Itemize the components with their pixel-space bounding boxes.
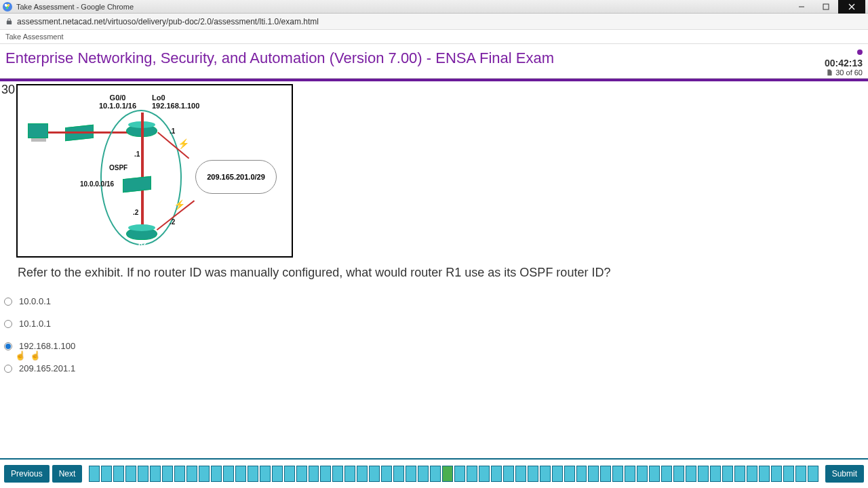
backbone [141,113,144,233]
radio-1[interactable] [4,320,12,328]
progress-cell[interactable] [150,466,161,482]
router-r2-icon [126,228,157,240]
progress-cell[interactable] [783,466,794,482]
progress-cell[interactable] [272,466,283,482]
radio-0[interactable] [4,298,12,306]
progress-cell[interactable] [430,466,441,482]
progress-cell[interactable] [722,466,733,482]
progress-cell[interactable] [174,466,185,482]
radio-3[interactable] [4,365,12,373]
progress-cell[interactable] [637,466,648,482]
cursor-icon-2: ☝ [30,350,41,361]
progress-cell[interactable] [235,466,246,482]
progress-cell[interactable] [673,466,684,482]
svg-rect-1 [823,4,829,9]
progress-cell[interactable] [332,466,343,482]
progress-cell[interactable] [759,466,770,482]
answer-options: 10.0.0.1 10.1.0.1 192.168.1.100 ☝ ☝ 209.… [4,296,867,373]
progress-cell[interactable] [418,466,429,482]
progress-cell[interactable] [186,466,197,482]
option-2-label: 192.168.1.100 [19,341,75,351]
progress-cell[interactable] [248,466,258,482]
progress-cell[interactable] [686,466,696,482]
progress-cell[interactable] [698,466,709,482]
previous-button[interactable]: Previous [4,465,50,483]
footer-nav: Previous Next Submit [0,458,868,488]
progress-cell[interactable] [162,466,173,482]
progress-cell[interactable] [564,466,575,482]
option-2[interactable]: 192.168.1.100 ☝ ☝ [4,341,867,351]
next-button[interactable]: Next [52,465,83,483]
progress-cell[interactable] [125,466,136,482]
progress-cell[interactable] [393,466,404,482]
progress-cell[interactable] [734,466,745,482]
page-header: Take Assessment Enterprise Networking, S… [0,30,868,79]
progress-cell[interactable] [479,466,490,482]
progress-cell[interactable] [309,466,319,482]
progress-cell[interactable] [467,466,477,482]
option-1-label: 10.1.0.1 [19,319,51,329]
exam-title: Enterprise Networking, Security, and Aut… [5,49,825,67]
radio-2[interactable] [4,342,12,350]
progress-cell[interactable] [113,466,124,482]
cloud-net-text: 209.165.201.0/29 [207,173,265,181]
progress-cell[interactable] [747,466,757,482]
option-1[interactable]: 10.1.0.1 [4,319,867,329]
progress-cell[interactable] [540,466,551,482]
progress-cell[interactable] [260,466,271,482]
progress-cell[interactable] [344,466,355,482]
progress-cell[interactable] [491,466,502,482]
progress-cell[interactable] [442,466,453,482]
close-button[interactable] [838,0,865,14]
progress-cell[interactable] [296,466,307,482]
lo0-ip: 192.168.1.100 [152,102,199,110]
option-3-label: 209.165.201.1 [19,363,75,373]
progress-cell[interactable] [612,466,623,482]
ospf-label: OSPF [109,164,127,171]
maximize-button[interactable] [814,0,838,14]
submit-button[interactable]: Submit [825,465,864,483]
progress-cell[interactable] [528,466,538,482]
progress-cell[interactable] [710,466,721,482]
cloud-net: 209.165.201.0/29 [195,160,277,194]
bolt1-icon: ⚡ [178,138,189,149]
progress-cell[interactable] [625,466,635,482]
window-title-bar: Take Assessment - Google Chrome [0,0,868,14]
window-controls [789,0,865,14]
option-3[interactable]: 209.165.201.1 [4,363,867,373]
progress-cell[interactable] [552,466,563,482]
progress-cell[interactable] [381,466,392,482]
dot1a: .1 [170,127,175,135]
progress-cell[interactable] [199,466,210,482]
progress-cell[interactable] [320,466,331,482]
lo0-label: Lo0 [152,94,165,102]
g00-label: G0/0 [110,94,126,102]
progress-cell[interactable] [223,466,234,482]
progress-cell[interactable] [771,466,782,482]
progress-cell[interactable] [284,466,295,482]
option-0[interactable]: 10.0.0.1 [4,296,867,306]
progress-cell[interactable] [661,466,672,482]
progress-cell[interactable] [600,466,611,482]
progress-cell[interactable] [576,466,587,482]
progress-cell[interactable] [369,466,380,482]
progress-cell[interactable] [515,466,526,482]
minimize-button[interactable] [789,0,814,14]
progress-cell[interactable] [138,466,149,482]
progress-cell[interactable] [211,466,222,482]
cursor-icon: ☝ [15,350,26,361]
breadcrumb: Take Assessment [0,30,868,44]
progress-cell[interactable] [503,466,514,482]
url-bar[interactable]: assessment.netacad.net/virtuoso/delivery… [0,14,868,30]
progress-cell[interactable] [406,466,416,482]
progress-cell[interactable] [808,466,818,482]
progress-cell[interactable] [357,466,368,482]
progress-cell[interactable] [649,466,660,482]
exhibit-image: G0/0 10.1.0.1/16 Lo0 192.168.1.100 R1 R2… [16,84,293,258]
progress-cell[interactable] [454,466,465,482]
question-text: Refer to the exhibit. If no router ID wa… [18,266,867,280]
progress-cell[interactable] [101,466,112,482]
progress-cell[interactable] [89,466,100,482]
progress-cell[interactable] [795,466,806,482]
progress-cell[interactable] [588,466,599,482]
